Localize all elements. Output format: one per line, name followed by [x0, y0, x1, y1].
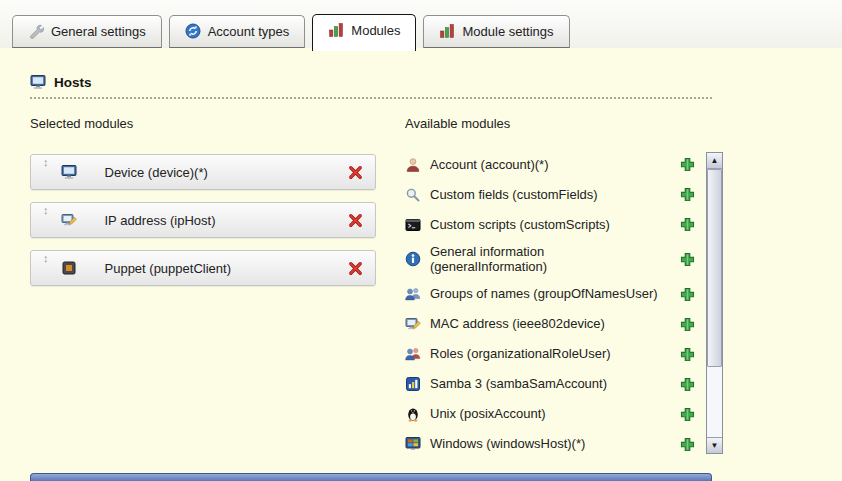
available-modules-column: Available modules Account (account)(*) C…	[405, 116, 723, 464]
roles-icon	[405, 346, 421, 362]
available-module-label: Windows (windowsHost)(*)	[430, 436, 585, 451]
selected-module-row-device[interactable]: ↕ Device (device)(*)	[30, 154, 376, 190]
add-module-button[interactable]	[680, 287, 695, 302]
samba-icon	[405, 376, 421, 392]
remove-module-button[interactable]	[348, 261, 363, 276]
add-module-button[interactable]	[680, 347, 695, 362]
available-modules-header: Available modules	[405, 116, 723, 131]
selected-module-row-puppet[interactable]: ↕ Puppet (puppetClient)	[30, 250, 376, 286]
custom-scripts-icon	[405, 217, 421, 233]
ip-address-icon	[61, 212, 77, 228]
available-module-label: Unix (posixAccount)	[430, 406, 546, 421]
hosts-monitor-icon	[30, 74, 46, 90]
selected-module-label: IP address (ipHost)	[105, 213, 216, 228]
info-icon	[405, 251, 421, 267]
available-module-label: MAC address (ieee802device)	[430, 316, 605, 331]
mac-address-icon	[405, 316, 421, 332]
remove-module-button[interactable]	[348, 165, 363, 180]
tab-module-settings[interactable]: Module settings	[423, 15, 569, 48]
add-module-button[interactable]	[680, 157, 695, 172]
add-module-button[interactable]	[680, 437, 695, 452]
available-module-label: Roles (organizationalRoleUser)	[430, 346, 611, 361]
selected-module-label: Puppet (puppetClient)	[105, 261, 231, 276]
available-module-row-roles: Roles (organizationalRoleUser)	[405, 344, 723, 365]
add-module-button[interactable]	[680, 317, 695, 332]
drag-handle-icon[interactable]: ↕	[43, 155, 49, 168]
scrollbar-thumb[interactable]	[707, 169, 722, 367]
modules-chart-icon	[328, 22, 344, 38]
custom-fields-icon	[405, 187, 421, 203]
add-module-button[interactable]	[680, 377, 695, 392]
tab-label: Modules	[351, 23, 400, 38]
available-module-label: General information (generalInformation)	[430, 244, 658, 275]
available-module-row-custom-fields: Custom fields (customFields)	[405, 184, 723, 205]
tab-label: General settings	[51, 24, 146, 39]
add-module-button[interactable]	[680, 407, 695, 422]
hosts-section-title: Hosts	[54, 75, 92, 90]
available-module-row-groups-of-names: Groups of names (groupOfNamesUser)	[405, 284, 723, 305]
content-area: Hosts Selected modules ↕ Device (device)…	[0, 48, 842, 464]
selected-module-label: Device (device)(*)	[105, 165, 208, 180]
selected-module-row-iphost[interactable]: ↕ IP address (ipHost)	[30, 202, 376, 238]
add-module-button[interactable]	[680, 217, 695, 232]
available-module-row-account: Account (account)(*)	[405, 154, 723, 175]
scrollbar-down-button[interactable]: ▼	[707, 437, 722, 453]
windows-icon	[405, 436, 421, 452]
available-module-row-samba3: Samba 3 (sambaSamAccount)	[405, 374, 723, 395]
available-module-label: Account (account)(*)	[430, 157, 549, 172]
available-module-label: Custom scripts (customScripts)	[430, 217, 610, 232]
add-module-button[interactable]	[680, 252, 695, 267]
selected-modules-header: Selected modules	[30, 116, 376, 131]
remove-module-button[interactable]	[348, 213, 363, 228]
available-module-row-mac-address: MAC address (ieee802device)	[405, 314, 723, 335]
available-module-row-unix: Unix (posixAccount)	[405, 404, 723, 425]
selected-modules-column: Selected modules ↕ Device (device)(*) ↕ …	[30, 116, 376, 464]
scrollbar-up-button[interactable]: ▲	[707, 153, 722, 169]
account-icon	[405, 157, 421, 173]
available-module-label: Groups of names (groupOfNamesUser)	[430, 286, 658, 301]
puppet-icon	[61, 260, 77, 276]
drag-handle-icon[interactable]: ↕	[43, 203, 49, 216]
add-module-button[interactable]	[680, 187, 695, 202]
available-module-row-general-information: General information (generalInformation)	[405, 244, 723, 275]
groups-icon	[405, 286, 421, 302]
hosts-section-header: Hosts	[30, 74, 712, 99]
available-module-label: Custom fields (customFields)	[430, 187, 598, 202]
general-settings-wrench-icon	[28, 23, 44, 39]
device-icon	[61, 164, 77, 180]
available-modules-scrollbar[interactable]: ▲ ▼	[706, 152, 723, 454]
scrollbar-track[interactable]	[707, 169, 722, 437]
available-module-label: Samba 3 (sambaSamAccount)	[430, 376, 607, 391]
available-module-row-custom-scripts: Custom scripts (customScripts)	[405, 214, 723, 235]
tab-label: Module settings	[462, 24, 553, 39]
drag-handle-icon[interactable]: ↕	[43, 251, 49, 264]
tab-account-types[interactable]: Account types	[169, 15, 306, 48]
next-section-bar	[30, 473, 712, 481]
tab-bar: General settings Account types Modules M…	[0, 0, 842, 48]
tab-general-settings[interactable]: General settings	[12, 15, 162, 48]
tab-modules[interactable]: Modules	[312, 14, 416, 51]
account-types-sync-icon	[185, 23, 201, 39]
unix-icon	[405, 406, 421, 422]
available-module-row-windows: Windows (windowsHost)(*)	[405, 434, 723, 455]
tab-label: Account types	[208, 24, 290, 39]
module-settings-chart-icon	[439, 23, 455, 39]
